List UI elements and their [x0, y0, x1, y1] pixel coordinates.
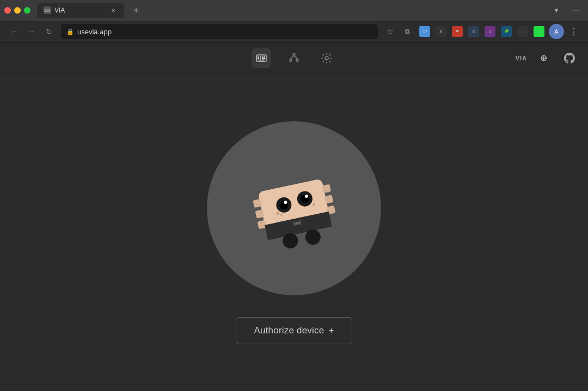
traffic-lights — [4, 7, 30, 14]
nav-buttons: ← → ↻ — [7, 24, 57, 39]
ext-2-icon[interactable]: B — [433, 24, 449, 39]
ssl-lock-icon: 🔒 — [66, 28, 74, 35]
svg-rect-6 — [260, 58, 261, 60]
svg-point-10 — [290, 59, 292, 61]
maximize-button[interactable] — [24, 7, 30, 14]
address-bar: ← → ↻ 🔒 usevia.app ☆ ⧉ 🛡 B ❤ — [0, 21, 588, 42]
svg-rect-2 — [260, 56, 261, 58]
bookmark-icon[interactable]: ☆ — [382, 24, 397, 39]
svg-rect-7 — [262, 58, 265, 60]
tab-title: VIA — [54, 7, 65, 14]
ext-3-icon[interactable]: ❤ — [450, 24, 465, 39]
authorize-plus-icon: + — [328, 325, 334, 336]
svg-rect-20 — [258, 220, 267, 229]
close-button[interactable] — [4, 7, 11, 14]
svg-rect-18 — [253, 198, 262, 208]
profile-button[interactable]: A — [549, 24, 564, 39]
settings-tab[interactable] — [317, 48, 336, 68]
main-content: Authorize device + — [0, 73, 588, 391]
minimize-button[interactable] — [14, 7, 21, 14]
svg-point-16 — [325, 57, 328, 60]
url-text: usevia.app — [77, 28, 112, 36]
tab-favicon: ⌨ — [44, 7, 51, 14]
app-toolbar: VIA ⊕ — [0, 43, 588, 73]
mascot-svg — [240, 154, 348, 263]
tab-close-button[interactable]: ✕ — [109, 6, 118, 15]
svg-point-9 — [293, 53, 295, 55]
ext-8-icon[interactable]: □ — [531, 24, 547, 39]
back-button[interactable]: ← — [7, 24, 22, 39]
svg-line-12 — [291, 55, 294, 59]
app-toolbar-right: VIA ⊕ — [516, 48, 579, 68]
svg-rect-5 — [258, 58, 259, 60]
svg-rect-4 — [264, 56, 265, 58]
svg-rect-8 — [259, 60, 264, 60]
mascot-circle — [207, 121, 381, 295]
ext-7-icon[interactable]: ↓ — [515, 24, 530, 39]
test-matrix-tab[interactable] — [284, 48, 304, 68]
svg-rect-22 — [324, 195, 334, 204]
via-text-badge: VIA — [516, 55, 527, 61]
browser-toolbar-right: ☆ ⧉ 🛡 B ❤ G V 🧩 — [382, 24, 581, 39]
chrome-menu-icon[interactable]: ⋮ — [566, 24, 581, 39]
svg-rect-19 — [255, 209, 265, 219]
svg-point-11 — [296, 59, 298, 61]
reload-button[interactable]: ↻ — [41, 24, 57, 39]
url-bar[interactable]: 🔒 usevia.app — [61, 24, 378, 39]
authorize-label: Authorize device — [254, 325, 324, 336]
svg-rect-3 — [262, 56, 264, 58]
browser-chrome: ⌨ VIA ✕ + ▼ ⋯ ← → ↻ 🔒 usevia.app ☆ ⧉ 🛡 — [0, 0, 588, 43]
extensions-icon[interactable]: ⧉ — [400, 24, 415, 39]
svg-rect-21 — [322, 184, 332, 193]
new-tab-button[interactable]: + — [128, 3, 144, 18]
svg-rect-1 — [258, 56, 259, 58]
tab-bar: ⌨ VIA ✕ + ▼ ⋯ — [0, 0, 588, 21]
authorize-device-button[interactable]: Authorize device + — [236, 317, 352, 344]
forward-button[interactable]: → — [24, 24, 39, 39]
keyboard-layout-tab[interactable] — [252, 48, 271, 68]
ext-6-icon[interactable]: 🧩 — [499, 24, 514, 39]
extension-strip: 🛡 B ❤ G V 🧩 ↓ — [417, 24, 547, 39]
svg-line-13 — [294, 55, 297, 59]
browser-tab[interactable]: ⌨ VIA ✕ — [37, 3, 124, 18]
tab-menu-icon[interactable]: ⋯ — [568, 3, 584, 18]
discord-link[interactable]: ⊕ — [534, 48, 553, 68]
ext-1-icon[interactable]: 🛡 — [417, 24, 432, 39]
tab-search-icon[interactable]: ▼ — [549, 3, 564, 18]
ext-5-icon[interactable]: V — [482, 24, 498, 39]
github-link[interactable] — [560, 48, 579, 68]
ext-4-icon[interactable]: G — [466, 24, 481, 39]
